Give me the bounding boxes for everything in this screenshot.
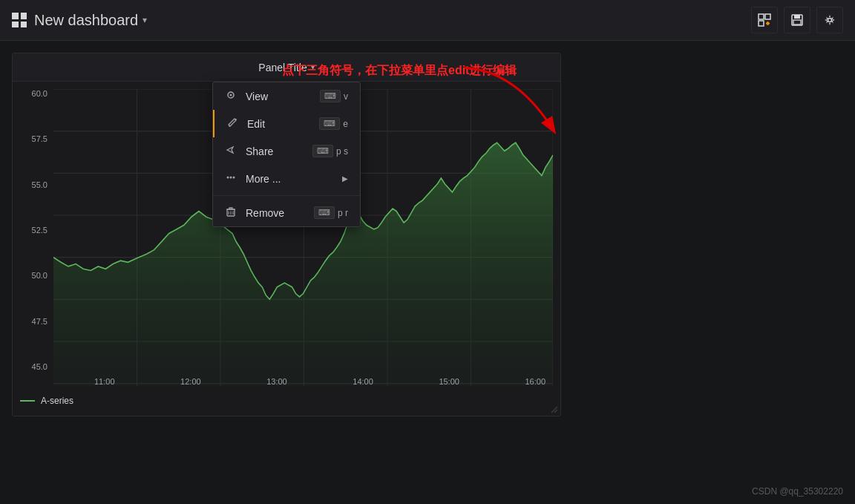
- y-label-60: 60.0: [19, 89, 48, 98]
- share-shortcut-key: p s: [336, 146, 348, 157]
- view-shortcut-key: v: [344, 91, 348, 102]
- panel-title: Panel Title ▾: [258, 62, 314, 73]
- svg-point-13: [227, 177, 229, 179]
- menu-divider: [213, 195, 360, 196]
- resize-handle[interactable]: [550, 405, 559, 414]
- remove-icon: [225, 206, 237, 219]
- more-chevron-icon: ▶: [342, 174, 348, 183]
- settings-button[interactable]: [816, 7, 843, 33]
- svg-line-34: [551, 407, 557, 413]
- settings-icon: [824, 14, 836, 26]
- add-panel-button[interactable]: [751, 7, 778, 33]
- y-label-45: 45.0: [19, 362, 48, 371]
- menu-remove-label: Remove: [246, 207, 284, 219]
- save-button[interactable]: [784, 7, 810, 33]
- svg-rect-0: [759, 14, 764, 19]
- x-label-12: 12:00: [180, 377, 201, 386]
- dashboard-title-text: New dashboard: [34, 12, 138, 29]
- dashboard-dropdown-arrow: ▾: [142, 15, 147, 25]
- y-label-50: 50.0: [19, 271, 48, 280]
- main: 点下三角符号，在下拉菜单里点edit进行编辑 Panel Title ▾: [0, 41, 855, 504]
- view-icon: [225, 90, 237, 102]
- svg-point-14: [230, 177, 232, 179]
- svg-rect-2: [759, 21, 764, 26]
- panel-title-text: Panel Title: [258, 62, 307, 73]
- y-label-55: 55.0: [19, 180, 48, 189]
- svg-rect-7: [793, 20, 801, 24]
- edit-shortcut-key: e: [343, 119, 348, 129]
- x-label-11: 11:00: [94, 377, 115, 386]
- svg-point-11: [230, 94, 232, 96]
- y-axis: 60.0 57.5 55.0 52.5 50.0 47.5 45.0: [19, 89, 52, 371]
- more-icon: [225, 172, 237, 185]
- y-label-52: 52.5: [19, 226, 48, 235]
- share-icon: [225, 145, 237, 157]
- x-label-15: 15:00: [439, 377, 459, 386]
- header: New dashboard ▾: [0, 0, 855, 41]
- menu-view-label: View: [246, 91, 268, 102]
- menu-more-label: More ...: [246, 173, 281, 185]
- menu-view-shortcut: ⌨ v: [320, 90, 348, 102]
- dashboard-title[interactable]: New dashboard ▾: [34, 12, 147, 29]
- panel-dropdown-menu: View ⌨ v Edit ⌨ e: [212, 82, 361, 227]
- panel-header[interactable]: Panel Title ▾ View ⌨ v: [13, 53, 560, 82]
- chart-legend: A-series: [13, 386, 560, 416]
- edit-icon: [226, 117, 238, 130]
- edit-shortcut-icon: ⌨: [319, 117, 340, 130]
- x-label-13: 13:00: [266, 377, 287, 386]
- share-shortcut-icon: ⌨: [312, 145, 333, 157]
- menu-item-edit[interactable]: Edit ⌨ e: [213, 110, 360, 137]
- legend-line: [20, 400, 35, 402]
- menu-share-label: Share: [246, 145, 273, 157]
- header-left: New dashboard ▾: [12, 12, 751, 29]
- add-panel-icon: [758, 13, 771, 27]
- svg-rect-1: [765, 14, 770, 19]
- svg-point-8: [828, 19, 832, 22]
- x-label-14: 14:00: [353, 377, 373, 386]
- menu-item-share[interactable]: Share ⌨ p s: [213, 137, 360, 165]
- menu-item-more[interactable]: More ... ▶: [213, 165, 360, 192]
- svg-line-35: [554, 410, 557, 413]
- menu-remove-shortcut: ⌨ p r: [314, 206, 348, 219]
- remove-shortcut-key: p r: [338, 208, 348, 218]
- panel: Panel Title ▾ View ⌨ v: [12, 53, 561, 416]
- menu-item-view[interactable]: View ⌨ v: [213, 82, 360, 110]
- x-label-16: 16:00: [525, 377, 546, 386]
- menu-edit-shortcut: ⌨ e: [319, 117, 348, 130]
- save-icon: [791, 14, 803, 26]
- view-shortcut-icon: ⌨: [320, 90, 341, 102]
- legend-label: A-series: [41, 396, 73, 406]
- svg-rect-6: [794, 15, 800, 19]
- y-label-47: 47.5: [19, 317, 48, 326]
- menu-edit-label: Edit: [247, 118, 265, 130]
- header-right: [751, 7, 843, 33]
- menu-item-remove[interactable]: Remove ⌨ p r: [213, 199, 360, 226]
- x-axis: 11:00 12:00 13:00 14:00 15:00 16:00: [94, 374, 546, 386]
- watermark-text: CSDN @qq_35302220: [752, 486, 843, 497]
- remove-shortcut-icon: ⌨: [314, 206, 335, 219]
- menu-share-shortcut: ⌨ p s: [312, 145, 348, 157]
- y-label-57: 57.5: [19, 134, 48, 143]
- grid-icon: [12, 13, 27, 27]
- svg-point-15: [233, 177, 235, 179]
- watermark: CSDN @qq_35302220: [752, 486, 843, 497]
- panel-title-dropdown-arrow: ▾: [311, 63, 315, 71]
